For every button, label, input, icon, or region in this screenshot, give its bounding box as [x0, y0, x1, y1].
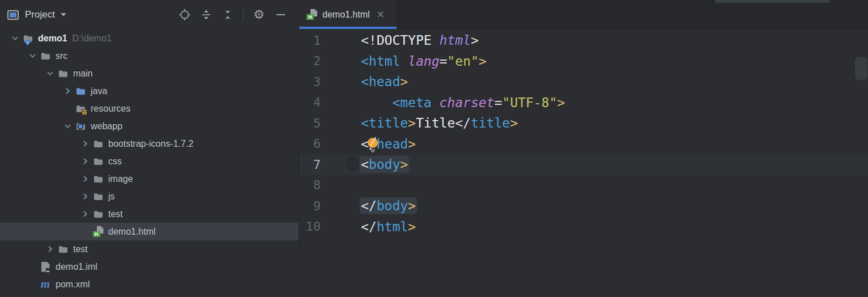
web-dot-badge [79, 125, 83, 129]
chevron-down-icon[interactable] [43, 69, 57, 79]
expand-all-icon[interactable] [198, 7, 214, 23]
tree-item-bootstrap-icons-1.7.2[interactable]: bootstrap-icons-1.7.2 [0, 135, 299, 152]
tree-item-label: demo1 [38, 33, 67, 44]
maven-icon: m [39, 279, 52, 290]
code-line[interactable]: 6</head> [299, 134, 868, 155]
code-token: <html [361, 54, 400, 69]
panel-title[interactable]: Project [25, 9, 55, 20]
tree-item-label: test [73, 244, 88, 254]
chevron-down-icon[interactable] [25, 51, 39, 61]
code-token: > [479, 54, 487, 69]
line-number[interactable]: 3 [299, 75, 321, 89]
code-token: body [377, 198, 408, 213]
code-token: > [400, 157, 408, 172]
chevron-right-icon[interactable] [78, 209, 92, 219]
tree-item-css[interactable]: css [0, 152, 299, 170]
line-number[interactable]: 10 [299, 219, 321, 234]
tree-item-test[interactable]: test [0, 205, 299, 223]
code-token: charset [440, 95, 495, 110]
collapse-all-icon[interactable] [220, 7, 236, 23]
iml-file-icon [39, 261, 52, 272]
folder-icon [92, 209, 104, 219]
code-line[interactable]: 3<head> [299, 71, 868, 92]
chevron-spacer [25, 279, 39, 290]
chevron-spacer [61, 104, 74, 114]
editor-tab-bar: H demo1.html × [299, 0, 868, 29]
line-number[interactable]: 2 [299, 54, 321, 68]
code-line[interactable]: 4 <meta charset="UTF-8"> [299, 92, 868, 113]
chevron-right-icon[interactable] [78, 139, 92, 149]
line-number[interactable]: 4 [299, 95, 321, 109]
code-token: Title [416, 116, 455, 130]
chevron-down-icon[interactable] [8, 33, 22, 44]
hide-panel-icon[interactable] [273, 7, 288, 23]
tree-item-demo1.html[interactable]: Hdemo1.html [0, 223, 299, 240]
settings-icon[interactable]: ⚙ [251, 7, 267, 23]
line-number[interactable]: 9 [299, 199, 321, 213]
tree-item-label: pom.xml [56, 279, 90, 290]
line-number[interactable]: 8 [299, 178, 321, 192]
tree-item-label: demo1.iml [56, 262, 97, 272]
code-token: > [471, 33, 479, 48]
code-token: html [440, 33, 471, 48]
code-editor[interactable]: 1<!DOCTYPE html>2<html lang="en">3<head>… [299, 30, 868, 237]
chevron-right-icon[interactable] [43, 244, 57, 254]
panel-toolbar: ⚙ [177, 7, 288, 23]
code-token: = [440, 54, 448, 69]
tree-item-src[interactable]: src [0, 47, 299, 65]
intention-lightbulb-icon[interactable] [366, 135, 380, 154]
tree-item-demo1.iml[interactable]: demo1.iml [0, 258, 299, 275]
project-panel-header: Project ⚙ [0, 0, 299, 29]
code-token: body [369, 157, 400, 172]
chevron-right-icon[interactable] [78, 174, 92, 184]
code-token [400, 54, 408, 69]
tab-title: demo1.html [322, 10, 370, 20]
tree-item-main[interactable]: main [0, 65, 299, 82]
code-token: <title [361, 116, 408, 130]
code-line-content: <html lang="en"> [361, 54, 487, 69]
code-line[interactable]: 1<!DOCTYPE html> [299, 30, 868, 51]
editor-scrollbar-thumb[interactable] [855, 57, 867, 80]
code-line[interactable]: 9</body> [299, 196, 868, 217]
code-token: "UTF-8" [502, 95, 557, 110]
code-line[interactable]: 10</html> [299, 217, 868, 237]
tree-item-js[interactable]: js [0, 188, 299, 205]
code-token: head [377, 137, 408, 151]
chevron-right-icon[interactable] [61, 86, 74, 96]
chevron-down-icon[interactable] [61, 13, 66, 16]
tree-item-java[interactable]: java [0, 82, 299, 100]
tree-item-resources[interactable]: resources [0, 100, 299, 117]
code-line[interactable]: 8 [299, 175, 868, 196]
active-tab-indicator [299, 27, 397, 29]
project-folder-icon: ♥ [22, 33, 34, 44]
line-number[interactable]: 7 [299, 158, 321, 172]
tree-item-pom.xml[interactable]: mpom.xml [0, 275, 299, 293]
chevron-down-icon[interactable] [61, 121, 74, 131]
code-token [432, 33, 440, 48]
select-opened-file-icon[interactable] [177, 7, 193, 23]
chevron-right-icon[interactable] [78, 192, 92, 202]
line-number[interactable]: 6 [299, 137, 321, 151]
close-icon[interactable]: × [377, 10, 385, 19]
code-token: < [361, 157, 369, 172]
code-line[interactable]: 7<body> [299, 154, 868, 175]
chevron-right-icon[interactable] [78, 156, 92, 167]
line-number[interactable]: 1 [299, 33, 321, 48]
tree-item-demo1[interactable]: ♥demo1D:\demo1 [0, 29, 299, 47]
tab-demo1-html[interactable]: H demo1.html × [299, 0, 397, 29]
line-number[interactable]: 5 [299, 116, 321, 130]
code-line-content: <head> [361, 74, 408, 89]
code-line[interactable]: 2<html lang="en"> [299, 51, 868, 72]
project-tool-window-icon[interactable] [7, 10, 19, 20]
matched-tag-highlight: </body> [361, 198, 416, 213]
code-token: > [408, 219, 416, 234]
tree-item-webapp[interactable]: webapp [0, 117, 299, 135]
code-token: </ [455, 116, 471, 130]
code-token: > [557, 95, 565, 110]
folder-icon [57, 244, 69, 254]
tree-item-image[interactable]: image [0, 170, 299, 188]
tree-item-test[interactable]: test [0, 240, 299, 258]
resources-folder-icon [74, 103, 87, 114]
code-line[interactable]: 5<title>Title</title> [299, 113, 868, 134]
matched-tag-highlight: <body> [361, 157, 408, 172]
